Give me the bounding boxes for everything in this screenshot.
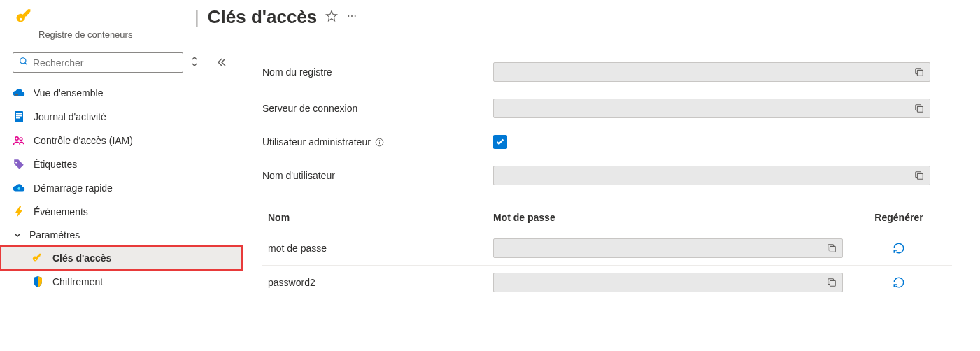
regenerate-button[interactable] (864, 242, 934, 255)
svg-point-1 (351, 15, 353, 17)
sidebar-item-access-keys[interactable]: Clés d'accès (0, 246, 241, 270)
col-regen-header: Regénérer (864, 212, 934, 223)
key-icon (31, 252, 44, 264)
people-icon (13, 134, 25, 147)
chevron-down-icon (13, 231, 22, 239)
svg-point-0 (348, 15, 350, 17)
svg-rect-18 (830, 246, 835, 252)
col-password-header: Mot de passe (493, 212, 864, 223)
copy-icon[interactable] (913, 102, 925, 115)
sidebar-section-settings[interactable]: Paramètres (0, 224, 241, 246)
sidebar-item-label: Clés d'accès (52, 252, 111, 264)
search-icon (19, 57, 29, 69)
password-field (493, 273, 843, 292)
sidebar-item-label: Journal d'activité (34, 111, 106, 122)
more-icon[interactable] (346, 10, 357, 24)
sidebar-item-label: Chiffrement (52, 276, 103, 287)
password-row-name: password2 (268, 277, 493, 288)
shield-icon (31, 275, 44, 288)
sidebar-section-label: Paramètres (29, 229, 80, 241)
admin-user-checkbox[interactable] (493, 135, 507, 149)
copy-icon[interactable] (913, 66, 925, 78)
sidebar-item-tags[interactable]: Étiquettes (0, 152, 241, 176)
username-input (498, 171, 913, 181)
tag-icon (13, 158, 25, 171)
sidebar-item-label: Contrôle d'accès (IAM) (34, 135, 133, 146)
collapse-sidebar-icon[interactable] (215, 56, 228, 70)
svg-point-16 (379, 140, 380, 141)
registry-name-input (498, 67, 913, 78)
separator: | (194, 6, 199, 28)
cloud-icon (13, 87, 25, 99)
svg-rect-8 (16, 115, 22, 117)
svg-line-4 (25, 63, 27, 65)
table-row: password2 (262, 265, 952, 299)
password-field (493, 238, 843, 258)
log-icon (13, 110, 25, 123)
svg-rect-9 (16, 117, 20, 119)
sidebar-item-overview[interactable]: Vue d'ensemble (0, 81, 241, 105)
password-table-header: Nom Mot de passe Regénérer (262, 205, 952, 231)
sidebar-item-activity-log[interactable]: Journal d'activité (0, 105, 241, 129)
sidebar-item-label: Étiquettes (34, 159, 77, 170)
svg-rect-19 (830, 280, 835, 286)
sidebar-item-label: Démarrage rapide (34, 182, 113, 194)
lightning-icon (13, 206, 25, 218)
search-input-wrapper[interactable] (13, 52, 183, 73)
sidebar-item-events[interactable]: Événements (0, 200, 241, 224)
login-server-input (498, 103, 913, 114)
regenerate-button[interactable] (864, 276, 934, 289)
sidebar-item-quickstart[interactable]: Démarrage rapide (0, 176, 241, 200)
page-title: Clés d'accès (208, 6, 318, 28)
resource-type-label: Registre de conteneurs (38, 29, 980, 40)
search-input[interactable] (33, 57, 177, 69)
favorite-icon[interactable] (325, 10, 338, 24)
sidebar-item-encryption[interactable]: Chiffrement (0, 270, 241, 294)
main-content: Nom du registre Serveur de connexion Uti… (241, 47, 980, 306)
sidebar-item-iam[interactable]: Contrôle d'accès (IAM) (0, 129, 241, 152)
login-server-label: Serveur de connexion (262, 103, 493, 114)
info-icon[interactable] (375, 138, 384, 147)
svg-point-5 (15, 94, 19, 96)
sidebar-item-label: Événements (34, 206, 88, 217)
svg-point-2 (355, 15, 356, 17)
svg-rect-6 (15, 111, 23, 122)
login-server-field (493, 99, 930, 118)
password-row-name: mot de passe (268, 243, 493, 254)
key-icon (14, 6, 36, 28)
copy-icon[interactable] (825, 242, 838, 255)
svg-rect-13 (917, 106, 923, 112)
registry-name-label: Nom du registre (262, 66, 493, 78)
table-row: mot de passe (262, 231, 952, 265)
username-field (493, 166, 930, 185)
admin-user-label: Utilisateur administrateur (262, 136, 493, 148)
svg-point-3 (20, 58, 26, 64)
sidebar: Vue d'ensemble Journal d'activité Contrô… (0, 47, 241, 306)
sidebar-item-label: Vue d'ensemble (34, 87, 103, 99)
expand-icon[interactable] (189, 55, 200, 70)
svg-point-11 (20, 138, 22, 141)
col-name-header: Nom (268, 212, 493, 223)
password-input (498, 278, 825, 288)
password-input (498, 243, 825, 254)
username-label: Nom d'utilisateur (262, 170, 493, 181)
svg-rect-7 (16, 113, 22, 115)
copy-icon[interactable] (913, 169, 925, 182)
svg-rect-17 (917, 173, 923, 179)
rocket-icon (13, 182, 25, 194)
copy-icon[interactable] (825, 276, 838, 289)
svg-point-10 (15, 137, 19, 141)
svg-rect-12 (917, 70, 923, 76)
registry-name-field (493, 62, 930, 82)
